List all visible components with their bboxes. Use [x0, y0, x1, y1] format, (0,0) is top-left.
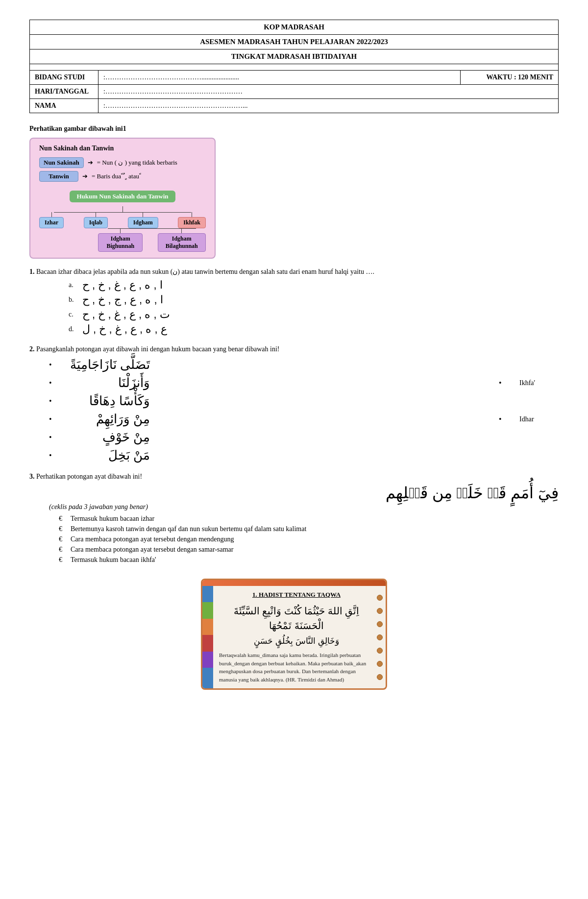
q2-bullet-5: •: [49, 433, 57, 442]
q2-arabic-1: تَضَلَّى نَازَاجَامِيَةً: [62, 357, 150, 372]
hari-tanggal-value: :……………………………………………………: [98, 85, 559, 99]
hadist-arabic-sub: وَخَالِقِ النَّاسَ بِخُلُقٍ حَسَنٍ: [219, 636, 374, 646]
q2-row-4: • مِنْ وَرَائِهِمْ • Idhar: [49, 412, 559, 427]
q3-option-text-2: Bertemunya kasroh tanwin dengan qaf dan …: [71, 525, 306, 533]
q2-arabic-2: وَأَنزَلْنَا: [62, 375, 150, 390]
q3-option-2: € Bertemunya kasroh tanwin dengan qaf da…: [59, 525, 559, 533]
q3-euro-3: €: [59, 535, 67, 543]
hadist-number-title: 1. HADIST TENTANG TAQWA: [219, 591, 374, 599]
q2-row-6: • مَنْ بَخِلَ: [49, 448, 559, 463]
hadist-translation: Bertaqwalah kamu_dimana saja kamu berada…: [219, 651, 374, 683]
q2-text: Pasangkanlah potongan ayat dibawah ini d…: [36, 345, 279, 353]
q3-euro-4: €: [59, 546, 67, 554]
q2-row-2: • وَأَنزَلْنَا • Ikhfa': [49, 375, 559, 390]
diagram-nun-sakinah-label: Nun Sakinah: [39, 157, 84, 168]
spiral-dot-2: [377, 608, 383, 614]
q3-option-3: € Cara membaca potongan ayat tersebut de…: [59, 535, 559, 543]
q1-option-a: a. ا , ه , ع , غ , خ , ح: [69, 279, 559, 292]
hukum-iqlab: Iqlab: [84, 217, 108, 228]
q1-opt-text-d: ع , ه , ع , غ , خ , ل: [82, 323, 167, 336]
q1-opt-letter-d: d.: [69, 325, 78, 333]
spiral-dot-3: [377, 621, 383, 627]
nama-value: :……………………………………………………...: [98, 99, 559, 113]
question-1: 1. Bacaan izhar dibaca jelas apabila ada…: [29, 267, 559, 336]
hadist-container: 1. HADIST TENTANG TAQWA اِتَّقِ اللهَ حَ…: [29, 579, 559, 690]
diagram-tanwin-label: Tanwin: [39, 171, 78, 182]
question-3: 3. Perhatikan potongan ayat dibawah ini!…: [29, 473, 559, 564]
q2-row-3: • وَكَأْسًا دِهَاقًا: [49, 393, 559, 409]
diagram-nun-sakinah-text: = Nun ( ن ) yang tidak berbaris: [97, 159, 177, 167]
q3-option-text-1: Termasuk hukum bacaan izhar: [71, 515, 154, 523]
q3-options: € Termasuk hukum bacaan izhar € Bertemun…: [59, 515, 559, 564]
spiral-dot-1: [377, 595, 383, 601]
bidang-studi-label: BIDANG STUDI: [30, 71, 98, 85]
instruction1: Perhatikan gambar dibawah ini1: [29, 125, 559, 133]
q2-container: • تَضَلَّى نَازَاجَامِيَةً • وَأَنزَلْنَ…: [49, 357, 559, 463]
q2-match-2: Ikhfa': [519, 379, 559, 387]
sub-hukum-bilaghunnah: Idgham Bilaghunnah: [158, 233, 206, 252]
sub-hukum-bighunnah: Idgham Bighunnah: [98, 233, 143, 252]
hadist-spiral-dots: [377, 591, 383, 683]
q3-euro-1: €: [59, 515, 67, 523]
spiral-dot-7: [377, 674, 383, 680]
arrow2: ➔: [82, 172, 88, 180]
q2-bullet-4: •: [49, 415, 57, 424]
nama-label: NAMA: [30, 99, 98, 113]
arrow1: ➔: [88, 159, 93, 167]
q3-euro-2: €: [59, 525, 67, 533]
diagram-tanwin-text: = Baris dua ً ٌ ٍ atau ً: [92, 172, 141, 180]
q2-row-1: • تَضَلَّى نَازَاجَامِيَةً: [49, 357, 559, 372]
q3-option-4: € Cara membaca potongan ayat tersebut de…: [59, 546, 559, 554]
header-table: KOP MADRASAH ASESMEN MADRASAH TAHUN PELA…: [29, 20, 559, 113]
q1-opt-letter-a: a.: [69, 281, 78, 289]
bidang-studi-value: :……………………………………......................: [98, 71, 461, 85]
hadist-top-decor: [202, 580, 386, 586]
spiral-dot-4: [377, 634, 383, 640]
q2-arabic-3: وَكَأْسًا دِهَاقًا: [62, 393, 150, 409]
hadist-main-content: 1. HADIST TENTANG TAQWA اِتَّقِ اللهَ حَ…: [213, 586, 386, 688]
hukum-ikhfak: Ikhfak: [178, 217, 206, 228]
q1-option-c: c. ت , ه , ع , غ , خ , ح: [69, 308, 559, 321]
q2-match-4: Idhar: [519, 415, 559, 423]
q3-number: 3.: [29, 473, 35, 480]
q2-dot-connector-4: •: [499, 415, 507, 424]
diagram-box: Nun Sakinah dan Tanwin Nun Sakinah ➔ = N…: [29, 138, 216, 259]
q1-opt-text-a: ا , ه , ع , غ , خ , ح: [82, 279, 163, 292]
q3-option-text-5: Termasuk hukum bacaan ikhfa': [71, 556, 156, 564]
q3-option-1: € Termasuk hukum bacaan izhar: [59, 515, 559, 523]
spiral-dot-5: [377, 648, 383, 654]
q2-arabic-5: مِنْ خَوْفٍ: [62, 430, 150, 445]
q2-bullet-3: •: [49, 397, 57, 406]
q1-text: Bacaan izhar dibaca jelas apabila ada nu…: [36, 268, 374, 275]
q3-arabic-main: فِيٓ أُمَمٍ قَدۡ خَلَتۡ مِن قَبۡلِهِم: [49, 484, 559, 502]
header-line3: TINGKAT MADRASAH IBTIDAIYAH: [30, 49, 559, 64]
q3-option-text-3: Cara membaca potongan ayat tersebut deng…: [71, 535, 234, 543]
q1-number: 1.: [29, 268, 35, 275]
q2-dot-connector-2: •: [499, 379, 507, 388]
hadist-side-color: [202, 586, 213, 688]
spiral-dot-6: [377, 661, 383, 667]
q3-euro-5: €: [59, 556, 67, 564]
hukum-idgham: Idgham: [128, 217, 158, 228]
q2-bullet-1: •: [49, 361, 57, 369]
header-line1: KOP MADRASAH: [30, 20, 559, 35]
diagram-title: Nun Sakinah dan Tanwin: [39, 145, 206, 152]
q2-bullet-6: •: [49, 451, 57, 460]
hadist-arabic-main: اِتَّقِ اللهَ حَيْثُمَا كُنْتَ وَاتْبِعِ…: [219, 604, 374, 633]
hukum-izhar: Izhar: [39, 217, 64, 228]
q3-option-text-4: Cara membaca potongan ayat tersebut deng…: [71, 546, 233, 554]
q3-text: Perhatikan potongan ayat dibawah ini!: [36, 473, 142, 480]
q1-opt-letter-b: b.: [69, 296, 78, 304]
question-2: 2. Pasangkanlah potongan ayat dibawah in…: [29, 345, 559, 463]
q1-option-d: d. ع , ه , ع , غ , خ , ل: [69, 323, 559, 336]
hadist-box: 1. HADIST TENTANG TAQWA اِتَّقِ اللهَ حَ…: [201, 579, 387, 690]
waktu-label: WAKTU : 120 MENIT: [461, 71, 559, 85]
q2-row-5: • مِنْ خَوْفٍ: [49, 430, 559, 445]
q1-opt-text-b: ا , ه , ع , ج , خ , ح: [82, 293, 163, 306]
q2-arabic-6: مَنْ بَخِلَ: [62, 448, 150, 463]
q3-option-5: € Termasuk hukum bacaan ikhfa': [59, 556, 559, 564]
q1-opt-text-c: ت , ه , ع , غ , خ , ح: [82, 308, 170, 321]
q2-number: 2.: [29, 345, 35, 353]
hari-tanggal-label: HARI/TANGGAL: [30, 85, 98, 99]
q1-opt-letter-c: c.: [69, 311, 78, 318]
